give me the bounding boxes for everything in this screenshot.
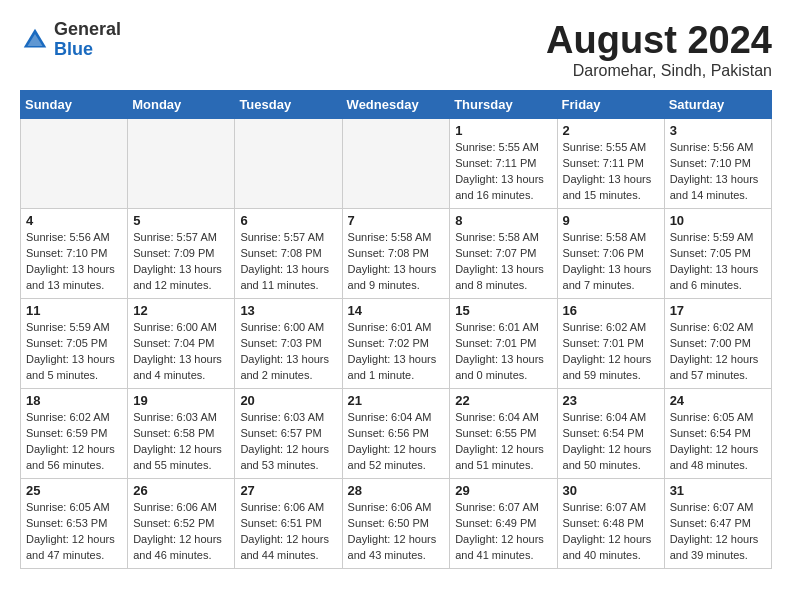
day-number: 5 [133,213,229,228]
day-info: Sunrise: 6:01 AMSunset: 7:01 PMDaylight:… [455,320,551,384]
calendar-cell: 8Sunrise: 5:58 AMSunset: 7:07 PMDaylight… [450,208,557,298]
calendar-cell: 14Sunrise: 6:01 AMSunset: 7:02 PMDayligh… [342,298,450,388]
day-info: Sunrise: 5:59 AMSunset: 7:05 PMDaylight:… [26,320,122,384]
calendar-cell: 28Sunrise: 6:06 AMSunset: 6:50 PMDayligh… [342,478,450,568]
day-number: 2 [563,123,659,138]
calendar-cell [21,118,128,208]
day-info: Sunrise: 6:02 AMSunset: 7:00 PMDaylight:… [670,320,766,384]
weekday-header-sunday: Sunday [21,90,128,118]
calendar-cell: 3Sunrise: 5:56 AMSunset: 7:10 PMDaylight… [664,118,771,208]
day-info: Sunrise: 5:58 AMSunset: 7:08 PMDaylight:… [348,230,445,294]
day-info: Sunrise: 6:04 AMSunset: 6:55 PMDaylight:… [455,410,551,474]
day-number: 11 [26,303,122,318]
day-info: Sunrise: 6:01 AMSunset: 7:02 PMDaylight:… [348,320,445,384]
calendar-cell: 21Sunrise: 6:04 AMSunset: 6:56 PMDayligh… [342,388,450,478]
day-info: Sunrise: 5:56 AMSunset: 7:10 PMDaylight:… [670,140,766,204]
day-number: 26 [133,483,229,498]
calendar-cell: 18Sunrise: 6:02 AMSunset: 6:59 PMDayligh… [21,388,128,478]
day-number: 31 [670,483,766,498]
day-number: 29 [455,483,551,498]
calendar-cell: 4Sunrise: 5:56 AMSunset: 7:10 PMDaylight… [21,208,128,298]
day-number: 27 [240,483,336,498]
calendar-header-row: SundayMondayTuesdayWednesdayThursdayFrid… [21,90,772,118]
calendar-cell [235,118,342,208]
day-number: 28 [348,483,445,498]
day-info: Sunrise: 6:04 AMSunset: 6:56 PMDaylight:… [348,410,445,474]
calendar-cell: 6Sunrise: 5:57 AMSunset: 7:08 PMDaylight… [235,208,342,298]
day-number: 10 [670,213,766,228]
calendar-cell: 5Sunrise: 5:57 AMSunset: 7:09 PMDaylight… [128,208,235,298]
calendar-cell: 1Sunrise: 5:55 AMSunset: 7:11 PMDaylight… [450,118,557,208]
logo-icon [20,25,50,55]
weekday-header-friday: Friday [557,90,664,118]
calendar-table: SundayMondayTuesdayWednesdayThursdayFrid… [20,90,772,569]
day-number: 14 [348,303,445,318]
day-number: 13 [240,303,336,318]
day-info: Sunrise: 6:06 AMSunset: 6:50 PMDaylight:… [348,500,445,564]
day-number: 17 [670,303,766,318]
day-info: Sunrise: 5:57 AMSunset: 7:09 PMDaylight:… [133,230,229,294]
location: Daromehar, Sindh, Pakistan [546,62,772,80]
day-info: Sunrise: 6:06 AMSunset: 6:51 PMDaylight:… [240,500,336,564]
weekday-header-wednesday: Wednesday [342,90,450,118]
day-number: 8 [455,213,551,228]
calendar-cell: 11Sunrise: 5:59 AMSunset: 7:05 PMDayligh… [21,298,128,388]
day-number: 20 [240,393,336,408]
weekday-header-tuesday: Tuesday [235,90,342,118]
logo: General Blue [20,20,121,60]
calendar-cell: 23Sunrise: 6:04 AMSunset: 6:54 PMDayligh… [557,388,664,478]
weekday-header-thursday: Thursday [450,90,557,118]
day-info: Sunrise: 5:56 AMSunset: 7:10 PMDaylight:… [26,230,122,294]
day-number: 22 [455,393,551,408]
calendar-cell: 16Sunrise: 6:02 AMSunset: 7:01 PMDayligh… [557,298,664,388]
calendar-cell: 19Sunrise: 6:03 AMSunset: 6:58 PMDayligh… [128,388,235,478]
calendar-cell: 9Sunrise: 5:58 AMSunset: 7:06 PMDaylight… [557,208,664,298]
day-number: 1 [455,123,551,138]
day-number: 19 [133,393,229,408]
calendar-cell: 31Sunrise: 6:07 AMSunset: 6:47 PMDayligh… [664,478,771,568]
day-info: Sunrise: 5:57 AMSunset: 7:08 PMDaylight:… [240,230,336,294]
week-row-3: 11Sunrise: 5:59 AMSunset: 7:05 PMDayligh… [21,298,772,388]
calendar-cell: 13Sunrise: 6:00 AMSunset: 7:03 PMDayligh… [235,298,342,388]
calendar-cell: 7Sunrise: 5:58 AMSunset: 7:08 PMDaylight… [342,208,450,298]
week-row-5: 25Sunrise: 6:05 AMSunset: 6:53 PMDayligh… [21,478,772,568]
calendar-cell: 25Sunrise: 6:05 AMSunset: 6:53 PMDayligh… [21,478,128,568]
day-number: 23 [563,393,659,408]
calendar-cell: 22Sunrise: 6:04 AMSunset: 6:55 PMDayligh… [450,388,557,478]
day-number: 3 [670,123,766,138]
day-number: 18 [26,393,122,408]
calendar-cell: 24Sunrise: 6:05 AMSunset: 6:54 PMDayligh… [664,388,771,478]
calendar-cell: 20Sunrise: 6:03 AMSunset: 6:57 PMDayligh… [235,388,342,478]
calendar-cell [128,118,235,208]
day-info: Sunrise: 6:03 AMSunset: 6:57 PMDaylight:… [240,410,336,474]
week-row-4: 18Sunrise: 6:02 AMSunset: 6:59 PMDayligh… [21,388,772,478]
calendar-cell: 12Sunrise: 6:00 AMSunset: 7:04 PMDayligh… [128,298,235,388]
day-info: Sunrise: 6:07 AMSunset: 6:48 PMDaylight:… [563,500,659,564]
calendar-cell [342,118,450,208]
title-block: August 2024 Daromehar, Sindh, Pakistan [546,20,772,80]
day-info: Sunrise: 6:07 AMSunset: 6:49 PMDaylight:… [455,500,551,564]
calendar-cell: 2Sunrise: 5:55 AMSunset: 7:11 PMDaylight… [557,118,664,208]
calendar-cell: 30Sunrise: 6:07 AMSunset: 6:48 PMDayligh… [557,478,664,568]
day-info: Sunrise: 6:04 AMSunset: 6:54 PMDaylight:… [563,410,659,474]
day-info: Sunrise: 6:03 AMSunset: 6:58 PMDaylight:… [133,410,229,474]
page-header: General Blue August 2024 Daromehar, Sind… [20,20,772,80]
week-row-2: 4Sunrise: 5:56 AMSunset: 7:10 PMDaylight… [21,208,772,298]
calendar-cell: 27Sunrise: 6:06 AMSunset: 6:51 PMDayligh… [235,478,342,568]
day-info: Sunrise: 5:59 AMSunset: 7:05 PMDaylight:… [670,230,766,294]
calendar-cell: 10Sunrise: 5:59 AMSunset: 7:05 PMDayligh… [664,208,771,298]
day-number: 25 [26,483,122,498]
day-info: Sunrise: 6:05 AMSunset: 6:53 PMDaylight:… [26,500,122,564]
day-number: 4 [26,213,122,228]
month-title: August 2024 [546,20,772,62]
day-number: 30 [563,483,659,498]
weekday-header-monday: Monday [128,90,235,118]
day-info: Sunrise: 6:02 AMSunset: 6:59 PMDaylight:… [26,410,122,474]
day-info: Sunrise: 5:55 AMSunset: 7:11 PMDaylight:… [563,140,659,204]
calendar-cell: 15Sunrise: 6:01 AMSunset: 7:01 PMDayligh… [450,298,557,388]
day-number: 6 [240,213,336,228]
day-info: Sunrise: 6:02 AMSunset: 7:01 PMDaylight:… [563,320,659,384]
weekday-header-saturday: Saturday [664,90,771,118]
calendar-cell: 29Sunrise: 6:07 AMSunset: 6:49 PMDayligh… [450,478,557,568]
day-number: 12 [133,303,229,318]
